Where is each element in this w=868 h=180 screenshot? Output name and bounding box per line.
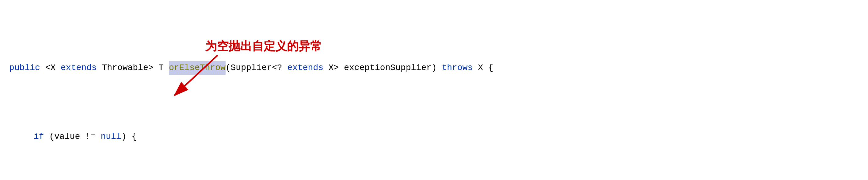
throwable: Throwable> T [97, 61, 169, 75]
annotation-text: 为空抛出自定义的异常 [205, 37, 322, 56]
code-block: public <X extends Throwable> T orElseThr… [9, 6, 859, 180]
method-name: orElseThrow [169, 61, 225, 75]
keyword-extends-2: extends [287, 61, 323, 75]
generic-type: <X [45, 61, 61, 75]
method-params-2: X> exceptionSupplier) [323, 61, 442, 75]
throws-x: X { [473, 61, 493, 75]
method-params: (Supplier<? [225, 61, 287, 75]
code-line-2: if (value != null) { [9, 130, 859, 144]
if-condition-close: ) { [121, 130, 137, 144]
annotation-arrow [168, 52, 230, 101]
keyword-extends-1: extends [61, 61, 97, 75]
if-condition-open: (value != [44, 130, 101, 144]
keyword-public: public [9, 61, 45, 75]
keyword-if: if [34, 130, 44, 144]
keyword-null: null [100, 130, 121, 144]
keyword-throws: throws [442, 61, 473, 75]
code-line-1: public <X extends Throwable> T orElseThr… [9, 61, 859, 75]
